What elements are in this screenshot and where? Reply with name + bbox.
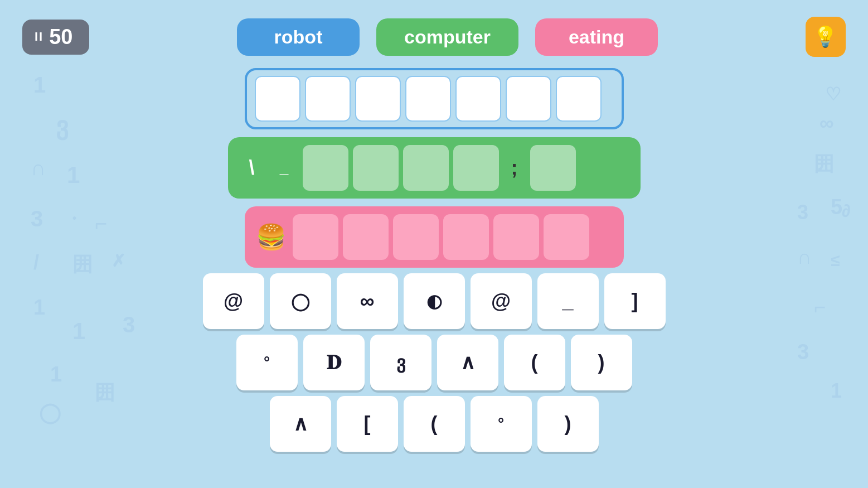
green-semicolon: ;: [503, 145, 526, 191]
green-cell-1[interactable]: [303, 145, 348, 191]
key-degree[interactable]: °: [236, 335, 298, 390]
key-degree-2[interactable]: °: [471, 396, 532, 452]
green-cell-5[interactable]: [530, 145, 576, 191]
category-robot[interactable]: robot: [237, 18, 360, 56]
blue-cell-5[interactable]: [455, 76, 501, 122]
keyboard-row-2: ° 𝐃 ვ ∧ ( ): [236, 335, 632, 390]
blue-cell-1[interactable]: [255, 76, 300, 122]
keyboard-area: @ ◯ ∞ ◐ @ _ ] ° 𝐃 ვ ∧ ( ) ∧ [ ( ° ): [0, 273, 868, 452]
pink-cell-2[interactable]: [343, 214, 389, 260]
key-d-bold[interactable]: 𝐃: [303, 335, 365, 390]
key-at-2[interactable]: @: [471, 273, 532, 329]
key-bracket-left[interactable]: [: [337, 396, 398, 452]
bulb-icon: 💡: [813, 25, 838, 49]
category-computer[interactable]: computer: [376, 18, 518, 56]
key-paren-left[interactable]: (: [504, 335, 565, 390]
category-tabs: robot computer eating: [237, 18, 658, 56]
answer-row-blue: [245, 68, 624, 129]
key-half-circle[interactable]: ◐: [404, 273, 465, 329]
pause-icon[interactable]: II: [35, 30, 43, 44]
answer-row-pink: 🍔: [245, 206, 624, 268]
pink-cell-3[interactable]: [393, 214, 439, 260]
green-prefix-backslash: \: [238, 145, 266, 191]
category-eating[interactable]: eating: [535, 18, 658, 56]
key-paren-left-2[interactable]: (: [404, 396, 465, 452]
green-cell-3[interactable]: [403, 145, 449, 191]
blue-cell-6[interactable]: [506, 76, 551, 122]
key-at-1[interactable]: @: [203, 273, 264, 329]
key-caret[interactable]: ∧: [437, 335, 498, 390]
blue-cell-4[interactable]: [405, 76, 451, 122]
keyboard-row-1: @ ◯ ∞ ◐ @ _ ]: [203, 273, 666, 329]
main-content: II 50 robot computer eating 💡 \ _: [0, 0, 868, 488]
key-bracket-right[interactable]: ]: [604, 273, 666, 329]
key-circle[interactable]: ◯: [270, 273, 331, 329]
blue-cell-3[interactable]: [355, 76, 401, 122]
game-area: \ _ ; 🍔: [0, 68, 868, 268]
keyboard-row-3: ∧ [ ( ° ): [270, 396, 599, 452]
answer-row-green: \ _ ;: [228, 137, 641, 199]
pink-cell-5[interactable]: [493, 214, 539, 260]
green-cell-2[interactable]: [353, 145, 399, 191]
pink-cell-4[interactable]: [443, 214, 489, 260]
score-box: II 50: [22, 20, 89, 55]
pink-cell-6[interactable]: [544, 214, 589, 260]
key-infinity[interactable]: ∞: [337, 273, 398, 329]
score-value: 50: [49, 25, 72, 49]
top-bar: II 50 robot computer eating 💡: [0, 0, 868, 57]
hint-button[interactable]: 💡: [806, 17, 846, 57]
pink-cell-1[interactable]: [293, 214, 338, 260]
green-cell-4[interactable]: [453, 145, 499, 191]
key-script-z[interactable]: ვ: [370, 335, 431, 390]
green-prefix-underscore: _: [270, 145, 298, 191]
blue-cell-7[interactable]: [556, 76, 602, 122]
blue-cell-2[interactable]: [305, 76, 351, 122]
key-underscore[interactable]: _: [537, 273, 599, 329]
key-paren-right[interactable]: ): [571, 335, 632, 390]
key-paren-right-2[interactable]: ): [537, 396, 599, 452]
burger-icon: 🍔: [255, 214, 288, 260]
key-caret-2[interactable]: ∧: [270, 396, 331, 452]
